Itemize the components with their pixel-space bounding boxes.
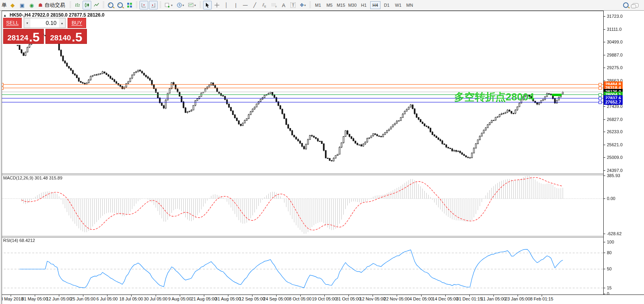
time-tick-mark [445,295,446,296]
new-order-button[interactable]: 单 [1,2,8,9]
buy-price-box[interactable]: 28140.5 [45,29,87,44]
timeframe-button-mn[interactable]: MN [405,1,415,9]
toolbar-grip [70,2,71,9]
vertical-line-tool-icon[interactable]: │ [222,1,231,9]
text-label-tool-icon[interactable]: T [289,1,298,9]
line-handle[interactable] [599,93,602,96]
timeframe-button-d1[interactable]: D1 [382,1,392,9]
algo-trading-button[interactable]: ☗ 自动交易 [37,1,68,9]
axis-tick-mark [604,29,605,30]
time-tick-mark [469,295,470,296]
time-tick-mark [35,295,35,296]
bull-bear-pivot-annotation[interactable]: 多空转折点28004 [454,90,534,104]
trade-panel-expand-icon[interactable]: ▲ [3,13,7,17]
market-watch-icon[interactable]: ◆ [8,1,17,9]
metatrader-window: 单 ◆ ▣ ◉ ☗ 自动交易 + − ▾ [0,0,644,304]
period-clock-icon[interactable]: ▾ [175,1,186,9]
bar-chart-type-icon[interactable] [73,1,82,9]
accounts-icon[interactable]: ▣ [18,1,26,9]
macd-tick: 0.00 [607,196,615,201]
toolbar-grip [200,2,201,9]
horizontal-line-tool-icon[interactable]: — [241,1,250,9]
price-tick: 25621.0 [607,142,623,147]
time-tick-label: 8 Feb 01:15 [530,296,554,301]
time-tick-label: 6 Jul 05:00 [96,296,118,301]
zoom-in-icon[interactable]: + [106,1,115,9]
price-tick: 31111.0 [607,27,621,32]
chat-icon[interactable] [633,3,638,8]
time-tick-mark [131,295,132,296]
price-tick: 25009.0 [607,155,623,160]
axis-tick-mark [604,81,605,81]
sell-button[interactable]: SELL [3,18,22,28]
robot-icon: ☗ [38,2,43,8]
price-tick: 24397.0 [607,168,623,173]
sell-price-box[interactable]: 28124.5 [3,29,44,44]
price-tick: 31723.0 [607,14,623,19]
price-axis[interactable]: 31723.031111.030499.029887.029275.028663… [603,11,644,295]
volume-input[interactable]: 0.10 [30,18,59,28]
tile-windows-icon[interactable] [125,1,134,9]
macd-tick: 385.93 [607,173,620,178]
crosshair-tool-icon[interactable] [213,1,221,9]
signals-icon[interactable]: ◉ [27,1,36,9]
pane-separator[interactable] [0,174,644,175]
timeframe-button-m15[interactable]: M15 [336,1,346,9]
time-tick-label: 12 Sep 05:00 [239,296,265,301]
timeframe-button-h1[interactable]: H1 [359,1,369,9]
time-tick-mark [324,295,325,296]
time-tick-label: 9 Aug 05:00 [168,296,192,301]
cursor-tool-icon[interactable] [203,1,212,9]
time-tick-mark [59,295,59,296]
horizontal-level-line-28318.4[interactable] [0,88,603,88]
time-tick-label: 31 May 05:00 [22,296,48,301]
timeframe-button-w1[interactable]: W1 [393,1,403,9]
time-tick-label: 12 Nov 05:00 [360,296,385,301]
chart-shift-icon[interactable] [149,1,158,9]
pane-separator[interactable] [0,236,644,238]
axis-tick-mark [604,16,605,17]
time-tick-label: 18 May 2018 [0,296,23,301]
equidistant-channel-tool-icon[interactable]: ⫽E [260,1,269,9]
line-handle[interactable] [599,83,602,86]
volume-spinner: ▼ 0.10 ▲ [24,18,66,28]
time-tick-label: 21 Aug 05:00 [191,296,217,301]
line-chart-type-icon[interactable] [92,1,101,9]
pivot-highlight-marker[interactable] [552,94,561,96]
rsi-pane-canvas[interactable] [0,238,603,295]
add-indicator-icon[interactable]: ▾ [163,1,174,9]
macd-pane-canvas[interactable] [0,174,603,236]
timeframe-button-m1[interactable]: M1 [313,1,323,9]
timeframe-button-m30[interactable]: M30 [347,1,358,9]
time-tick-mark [156,295,156,296]
time-tick-mark [204,295,204,296]
time-axis[interactable]: 18 May 201831 May 05:0012 Jun 05:0025 Ju… [0,295,644,304]
time-tick-mark [348,295,349,296]
fibonacci-tool-icon[interactable]: F [269,1,279,9]
trendline-tool-icon[interactable]: ╱ [250,1,259,9]
text-tool-icon[interactable]: A [279,1,288,9]
chart-template-icon[interactable]: ▾ [186,1,198,9]
line-handle[interactable] [599,87,602,90]
time-tick-mark [421,295,422,296]
time-tick-label: 4 Dec 05:00 [409,296,433,301]
line-handle[interactable] [599,101,602,104]
zoom-out-icon[interactable]: − [116,1,124,9]
volume-increase-button[interactable]: ▲ [59,18,65,28]
horizontal-level-line-28484.8[interactable] [0,84,603,85]
time-tick-mark [373,295,373,296]
buy-button[interactable]: BUY [68,18,86,28]
line-handle[interactable] [599,97,602,100]
timeframe-button-m5[interactable]: M5 [324,1,335,9]
axis-tick-mark [604,119,605,120]
arrows-tool-icon[interactable]: ✥▾ [298,1,307,9]
time-tick-mark [300,295,301,296]
timeframe-button-h4[interactable]: H4 [370,1,380,9]
search-icon[interactable] [623,2,629,8]
vertical-line-tool-icon-2[interactable]: | [232,1,240,9]
time-tick-label: 19 Oct 05:00 [312,296,337,301]
candlestick-chart-type-icon[interactable] [83,1,91,9]
auto-scroll-icon[interactable] [139,1,148,9]
volume-decrease-button[interactable]: ▼ [24,18,30,28]
time-tick-label: 31 Aug 05:00 [215,296,241,301]
